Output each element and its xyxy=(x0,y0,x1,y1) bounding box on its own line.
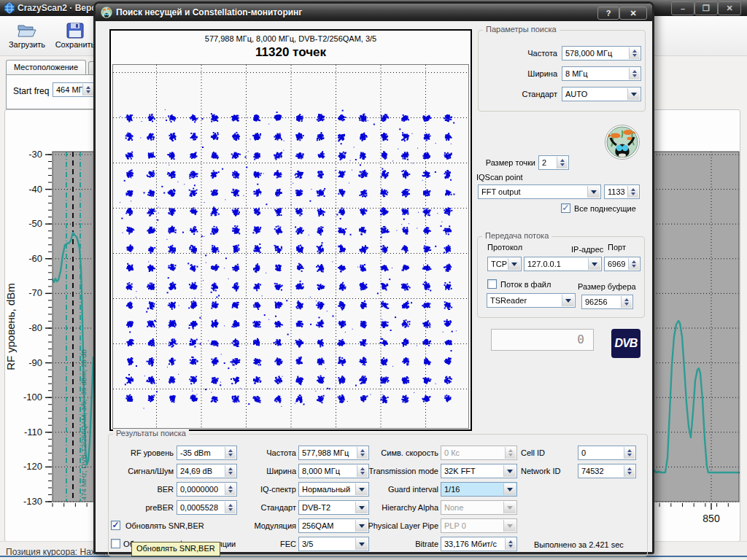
update-snr-label: Обновлять SNR,BER xyxy=(125,521,204,530)
update-snr-checkbox[interactable]: ✓ xyxy=(111,521,120,530)
iqscan-source-select[interactable]: FFT output xyxy=(478,184,601,199)
standard-dropdown-icon[interactable] xyxy=(627,88,640,100)
width-value: 8 МГц xyxy=(565,69,588,78)
port-spinner[interactable] xyxy=(628,258,639,270)
network-id-spinner[interactable] xyxy=(624,465,635,477)
stream-group: Передача потока Протокол IP-адрес Порт T… xyxy=(477,236,645,318)
iqscan-dropdown-icon[interactable] xyxy=(587,186,600,198)
protocol-select[interactable]: TCP xyxy=(487,257,522,271)
symbol-rate-input: 0 Кс xyxy=(441,446,517,460)
point-size-spinner[interactable] xyxy=(557,157,568,168)
freq-input[interactable]: 578,000 МГц xyxy=(562,46,641,61)
port-value: 6969 xyxy=(608,260,625,268)
start-freq-label: Start freq xyxy=(13,86,49,96)
symbol-rate-value: 0 Кс xyxy=(444,448,460,457)
constellation-plot[interactable] xyxy=(112,64,469,429)
ip-dropdown-icon[interactable] xyxy=(588,258,600,270)
hierarchy-alpha-dropdown-icon xyxy=(503,502,516,513)
restore-icon[interactable]: ❐ xyxy=(694,1,718,15)
iqscan-index-spinner[interactable] xyxy=(627,186,638,198)
results-group-label: Результаты поиска xyxy=(113,429,189,438)
progress-readout: 0 xyxy=(491,329,594,351)
constellation-box: 577,988 МГц, 8,000 МГц, DVB-T2/256QAM, 3… xyxy=(109,29,472,431)
constellation-header: 577,988 МГц, 8,000 МГц, DVB-T2/256QAM, 3… xyxy=(111,34,471,43)
port-input[interactable]: 6969 xyxy=(604,257,640,271)
search-params-group: Параметры поиска Частота 578,000 МГц Шир… xyxy=(478,30,646,112)
results-group: Результаты поиска RF уровень -35 dBm Сиг… xyxy=(108,434,648,556)
network-id-input[interactable]: 74532 xyxy=(578,464,636,478)
hierarchy-alpha-value: None xyxy=(444,503,463,512)
close-icon[interactable]: ✕ xyxy=(619,7,647,20)
plp-label: Physical Layer Pipe xyxy=(342,521,438,530)
protocol-value: TCP xyxy=(491,260,507,268)
bitrate-input[interactable]: 33,176 Мбит/с xyxy=(441,537,517,551)
bitrate-label: Bitrate xyxy=(342,540,438,548)
iqscan-point-label: IQScan point xyxy=(476,173,523,182)
check-icon: ✓ xyxy=(562,203,569,212)
point-size-label: Размер точки xyxy=(455,158,535,167)
start-freq-spinner[interactable] xyxy=(82,84,93,96)
buffer-size-spinner[interactable] xyxy=(621,296,632,308)
constellation-points-count: 11320 точек xyxy=(111,45,471,60)
close-icon[interactable]: ✕ xyxy=(718,1,741,15)
elapsed-time-text: Выполнено за 2.421 sec xyxy=(534,540,624,549)
cell-id-label: Cell ID xyxy=(521,448,545,457)
load-button[interactable]: Загрузить xyxy=(4,19,50,52)
buffer-size-input[interactable]: 96256 xyxy=(581,295,633,309)
guard-interval-dropdown-icon[interactable] xyxy=(503,483,516,495)
progress-digit: 0 xyxy=(577,332,584,346)
freq-value: 578,000 МГц xyxy=(565,49,612,58)
dialog-titlebar[interactable]: Поиск несущей и Constellation-мониторинг xyxy=(96,4,652,21)
ip-value: 127.0.0.1 xyxy=(527,260,561,268)
width-label: Ширина xyxy=(479,69,557,78)
symbol-rate-label: Симв. скорость xyxy=(342,448,438,457)
all-carriers-checkbox[interactable]: ✓ xyxy=(561,203,570,213)
point-size-input[interactable]: 2 xyxy=(538,155,569,170)
result-width-value: 8,000 МГц xyxy=(302,467,340,475)
ber-label: BER xyxy=(109,485,174,494)
width-input[interactable]: 8 МГц xyxy=(562,66,641,81)
minimize-icon[interactable]: – xyxy=(671,1,694,15)
stream-to-file-checkbox[interactable] xyxy=(487,279,497,289)
tab-location[interactable]: Местоположение xyxy=(6,60,86,75)
start-freq-input[interactable]: 464 МГц xyxy=(53,82,95,97)
iqscan-index-input[interactable]: 1133 xyxy=(604,184,640,199)
transmission-mode-dropdown-icon[interactable] xyxy=(503,465,516,477)
standard-select[interactable]: AUTO xyxy=(562,87,641,101)
standard-label: Стандарт xyxy=(479,90,557,98)
freq-label: Частота xyxy=(479,49,557,58)
result-standard-label: Стандарт xyxy=(206,503,296,512)
update-modulation-checkbox[interactable] xyxy=(111,539,120,548)
snr-label: Сигнал/Шум xyxy=(109,467,174,475)
ip-select[interactable]: 127.0.0.1 xyxy=(524,257,602,271)
cell-id-value: 0 xyxy=(581,448,586,457)
stream-to-file-label: Поток в файл xyxy=(500,280,551,289)
point-size-value: 2 xyxy=(542,158,546,167)
load-button-label: Загрузить xyxy=(9,40,45,49)
ip-label: IP-адрес xyxy=(571,245,603,254)
network-id-value: 74532 xyxy=(581,467,604,475)
freq-spinner[interactable] xyxy=(629,47,640,59)
cell-id-input[interactable]: 0 xyxy=(578,446,636,460)
reader-select[interactable]: TSReader xyxy=(487,293,576,308)
bitrate-spinner[interactable] xyxy=(505,538,516,550)
tooltip: Обновлять SNR,BER xyxy=(131,542,220,556)
transmission-mode-select[interactable]: 32K FFT xyxy=(441,464,517,478)
plp-select: PLP 0 xyxy=(441,518,517,533)
check-icon: ✓ xyxy=(112,521,119,529)
constellation-dialog: Поиск несущей и Constellation-мониторинг… xyxy=(93,1,654,554)
transmission-mode-value: 32K FFT xyxy=(444,467,476,475)
buffer-size-value: 96256 xyxy=(585,298,608,306)
transmission-mode-label: Transmission mode xyxy=(342,467,438,475)
help-icon[interactable]: ? xyxy=(597,7,619,20)
bitrate-value: 33,176 Мбит/с xyxy=(444,540,497,548)
modulation-label: Модуляция xyxy=(206,521,296,530)
protocol-label: Протокол xyxy=(487,243,522,252)
width-spinner[interactable] xyxy=(629,68,640,79)
guard-interval-select[interactable]: 1/16 xyxy=(441,482,517,497)
save-button[interactable]: Сохранить xyxy=(53,19,98,52)
buffer-size-label: Размер буфера xyxy=(578,282,636,291)
cell-id-spinner[interactable] xyxy=(624,447,635,459)
protocol-dropdown-icon[interactable] xyxy=(508,258,520,270)
reader-dropdown-icon[interactable] xyxy=(562,295,574,306)
